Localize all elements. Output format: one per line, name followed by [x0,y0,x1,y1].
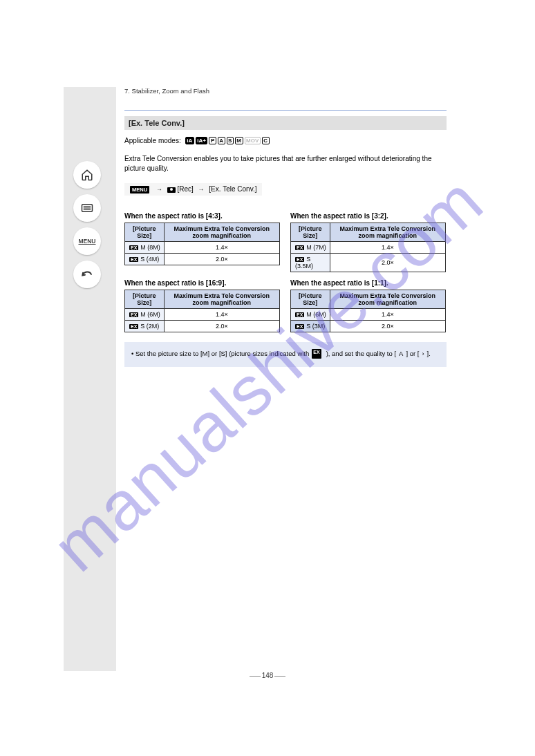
table-cell: 2.0× [330,320,445,332]
size-table-43: [Picture Size] Maximum Extra Tele Conver… [124,223,280,265]
size-table-169: [Picture Size] Maximum Extra Tele Conver… [124,290,280,332]
table-cell: 1.4× [164,241,279,253]
ex-badge: EX [129,312,138,317]
menu-button-label: MENU [78,238,95,245]
table-cell: EXS (3.5M) [291,253,330,272]
menu-chip: MENU [130,186,149,193]
page-number: 148 [0,672,535,679]
mode-icon-iaplus: iA+ [196,137,208,144]
th-picture-size: [Picture Size] [125,223,165,241]
table-cell: EXS (2M) [125,320,165,332]
home-icon [81,169,93,181]
item-label: [Ex. Tele Conv.] [209,185,256,193]
setting-text: S (2M) [140,323,159,330]
arrow-icon: → [198,186,205,193]
mode-icon-m: M [235,137,243,144]
setting-text: M (7M) [306,244,326,251]
mode-icons: iA iA+ P A S M MOV C [185,137,270,144]
setting-text: M (6M) [306,311,326,318]
mode-icon-c: C [262,137,270,144]
sidebar: MENU [64,87,116,671]
aspect-label-169: When the aspect ratio is [16:9]. [124,279,281,287]
note-line1d: ]. [427,349,431,359]
list-button[interactable] [73,194,101,222]
aspect-label-32: When the aspect ratio is [3:2]. [290,212,447,220]
th-magnification: Maximum Extra Tele Conversion zoom magni… [164,223,279,241]
menu-button[interactable]: MENU [73,227,101,255]
ex-badge: EX [295,245,304,250]
ex-badge: EX [295,312,304,317]
mode-icon-ia: iA [185,137,194,144]
ex-badge: EX [312,349,321,359]
back-icon [81,268,93,281]
th-magnification: Maximum Extra Tele Conversion zoom magni… [330,290,445,308]
th-magnification: Maximum Extra Tele Conversion zoom magni… [330,223,445,241]
quality-icon-std: › [422,349,424,359]
ex-badge: EX [129,257,138,262]
table-cell: EXM (8M) [125,241,165,253]
back-button[interactable] [73,261,101,288]
size-table-11: [Picture Size] Maximum Extra Tele Conver… [290,290,446,332]
camera-icon [167,186,176,193]
mode-icon-mov: MOV [245,137,261,144]
mode-icon-a: A [218,137,225,144]
page-content: 7. Stabilizer, Zoom and Flash [Ex. Tele … [124,87,447,367]
home-button[interactable] [73,161,101,189]
menu-path: MENU → [Rec] → [Ex. Tele Conv.] [124,183,262,196]
table-cell: EXS (3M) [291,320,330,332]
aspect-label-43: When the aspect ratio is [4:3]. [124,212,281,220]
table-cell: 2.0× [164,253,279,265]
breadcrumb: 7. Stabilizer, Zoom and Flash [124,87,447,95]
table-cell: 1.4× [330,241,445,253]
th-picture-size: [Picture Size] [291,290,330,308]
arrow-icon: → [156,186,162,193]
note-box: • Set the picture size to [M] or [S] (pi… [124,342,447,367]
list-icon [81,203,93,213]
mode-icon-s: S [227,137,234,144]
quality-icon-fine: A [399,349,403,359]
table-cell: EXM (6M) [291,308,330,320]
aspect-label-11: When the aspect ratio is [1:1]. [290,279,447,287]
rec-label: [Rec] [177,185,193,193]
th-picture-size: [Picture Size] [291,223,330,241]
table-cell: 1.4× [164,308,279,320]
table-cell: EXS (4M) [125,253,165,265]
ex-badge: EX [129,245,138,250]
setting-text: M (8M) [140,244,160,251]
table-cell: 1.4× [330,308,445,320]
note-line1b: ), and set the quality to [ [326,349,396,359]
setting-text: S (4M) [140,256,159,263]
table-cell: 2.0× [164,320,279,332]
size-table-32: [Picture Size] Maximum Extra Tele Conver… [290,223,446,272]
divider [124,110,447,111]
note-line1a: • Set the picture size to [M] or [S] (pi… [131,349,309,359]
modes-label: Applicable modes: [124,137,181,144]
ex-badge: EX [295,324,304,329]
table-cell: 2.0× [330,253,445,272]
setting-text: M (6M) [140,311,160,318]
mode-icon-p: P [209,137,216,144]
setting-text: S (3M) [306,323,325,330]
ex-badge: EX [295,257,304,262]
th-picture-size: [Picture Size] [125,290,165,308]
section-title: [Ex. Tele Conv.] [124,116,447,130]
table-cell: EXM (6M) [125,308,165,320]
description-paragraph: Extra Tele Conversion enables you to tak… [124,154,447,173]
table-cell: EXM (7M) [291,241,330,253]
ex-badge: EX [129,324,138,329]
applicable-modes-row: Applicable modes: iA iA+ P A S M MOV C [124,137,447,144]
th-magnification: Maximum Extra Tele Conversion zoom magni… [164,290,279,308]
note-line1c: ] or [ [406,349,419,359]
